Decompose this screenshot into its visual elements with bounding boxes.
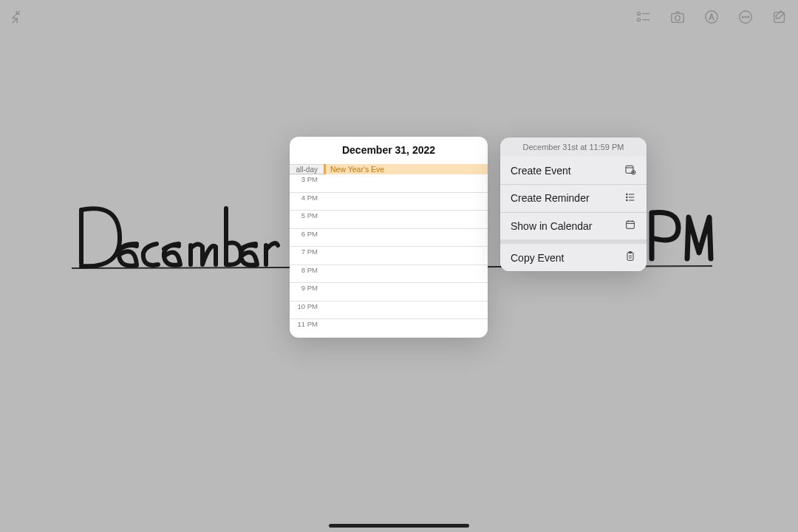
menu-label: Show in Calendar [511, 220, 593, 232]
svg-point-6 [706, 11, 718, 24]
svg-point-8 [743, 16, 744, 18]
svg-rect-28 [627, 253, 633, 261]
calendar-icon [624, 219, 636, 233]
hour-row[interactable]: 7 PM [290, 247, 488, 265]
menu-label: Create Event [511, 165, 571, 177]
toolbar [635, 9, 788, 25]
svg-point-5 [675, 16, 680, 20]
calendar-preview-popover: December 31, 2022 all-day New Year's Eve… [290, 137, 488, 338]
menu-label: Copy Event [511, 252, 564, 264]
svg-rect-4 [672, 13, 684, 22]
hour-row[interactable]: 8 PM [290, 265, 488, 284]
hour-row[interactable]: 3 PM [290, 174, 488, 193]
all-day-row[interactable]: all-day New Year's Eve [290, 164, 488, 174]
svg-point-18 [626, 194, 627, 195]
calendar-add-icon [624, 163, 636, 177]
action-menu-header: December 31st at 11:59 PM [500, 137, 647, 157]
menu-show-in-calendar[interactable]: Show in Calendar [500, 212, 647, 239]
checklist-icon[interactable] [635, 9, 652, 25]
hour-row[interactable]: 11 PM [290, 319, 488, 338]
hour-row[interactable]: 4 PM [290, 193, 488, 211]
markup-icon[interactable] [703, 9, 720, 25]
action-menu: December 31st at 11:59 PM Create Event C… [500, 137, 647, 271]
menu-label: Create Reminder [511, 192, 590, 204]
all-day-event[interactable]: New Year's Eve [324, 164, 488, 174]
svg-rect-13 [626, 166, 633, 173]
menu-create-reminder[interactable]: Create Reminder [500, 185, 647, 212]
menu-create-event[interactable]: Create Event [500, 157, 647, 184]
svg-point-10 [748, 16, 749, 18]
hour-row[interactable]: 10 PM [290, 301, 488, 320]
compose-icon[interactable] [771, 9, 788, 25]
hour-row[interactable]: 5 PM [290, 211, 488, 229]
hour-row[interactable]: 6 PM [290, 229, 488, 248]
calendar-title: December 31, 2022 [290, 137, 488, 164]
clipboard-icon [624, 250, 636, 265]
all-day-label: all-day [290, 166, 324, 174]
svg-point-22 [626, 200, 627, 201]
svg-point-0 [638, 12, 641, 15]
svg-rect-24 [627, 221, 635, 228]
more-icon[interactable] [737, 9, 754, 25]
hour-row[interactable]: 9 PM [290, 283, 488, 301]
hour-list[interactable]: 3 PM 4 PM 5 PM 6 PM 7 PM 8 PM 9 PM 10 PM… [290, 174, 488, 338]
list-icon [624, 191, 636, 205]
collapse-icon[interactable] [10, 9, 27, 25]
menu-copy-event[interactable]: Copy Event [500, 244, 647, 271]
svg-point-20 [626, 197, 627, 198]
svg-point-9 [745, 16, 746, 18]
camera-icon[interactable] [669, 9, 686, 25]
home-indicator[interactable] [329, 524, 469, 528]
svg-point-2 [638, 18, 641, 21]
